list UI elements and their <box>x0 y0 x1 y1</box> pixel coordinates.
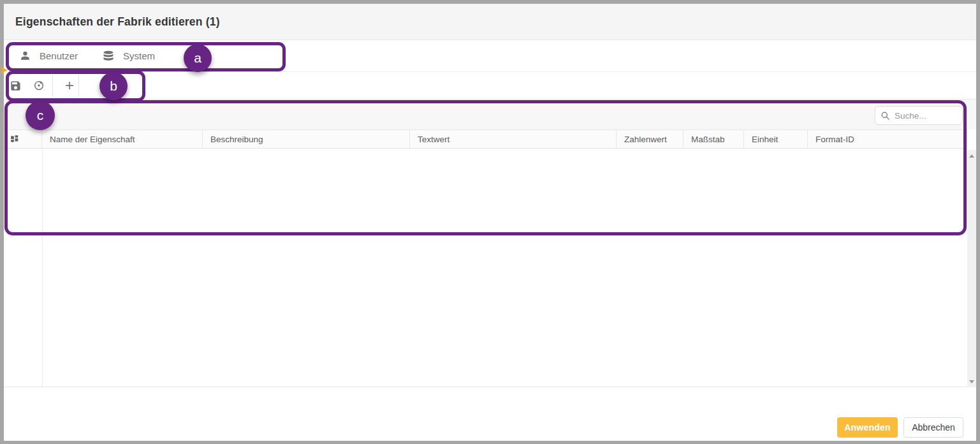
grid-toolbar-strip <box>4 100 976 130</box>
edit-factory-properties-dialog: Eigenschaften der Fabrik editieren (1) B… <box>4 4 976 441</box>
scroll-up-button[interactable] <box>967 151 976 160</box>
search-icon <box>881 111 890 121</box>
save-icon <box>10 80 22 92</box>
tab-benutzer-label: Benutzer <box>40 50 78 61</box>
scroll-down-icon <box>969 380 974 383</box>
table-header-row: Name der Eigenschaft Beschreibung Textwe… <box>4 130 967 149</box>
history-restore-icon <box>33 79 45 92</box>
cancel-button[interactable]: Abbrechen <box>903 417 963 438</box>
column-header-numvalue[interactable]: Zahlenwert <box>617 130 684 148</box>
column-header-formatid[interactable]: Format-ID <box>808 130 967 148</box>
dialog-title: Eigenschaften der Fabrik editieren (1) <box>15 4 220 40</box>
toolbar-separator <box>78 75 79 96</box>
save-button[interactable] <box>6 72 25 99</box>
database-icon <box>102 50 115 63</box>
apply-button[interactable]: Anwenden <box>837 417 898 438</box>
dialog-footer: Anwenden Abbrechen <box>4 387 976 441</box>
plus-icon: + <box>65 78 74 93</box>
vertical-scrollbar[interactable] <box>967 150 976 387</box>
search-box[interactable] <box>875 106 963 125</box>
search-input[interactable] <box>893 110 952 121</box>
tab-benutzer[interactable]: Benutzer <box>19 40 78 71</box>
tab-bar: Benutzer System <box>4 40 976 72</box>
column-header-textvalue[interactable]: Textwert <box>410 130 617 148</box>
column-header-name[interactable]: Name der Eigenschaft <box>42 130 203 148</box>
table-body-empty <box>4 149 967 387</box>
tab-system[interactable]: System <box>102 40 155 71</box>
scroll-up-icon <box>969 154 974 158</box>
column-header-unit[interactable]: Einheit <box>744 130 808 148</box>
scroll-down-button[interactable] <box>967 377 976 386</box>
dialog-screenshot: Eigenschaften der Fabrik editieren (1) B… <box>0 0 980 444</box>
person-icon <box>19 50 31 62</box>
column-header-description[interactable]: Beschreibung <box>203 130 410 148</box>
toolbar-separator <box>52 75 53 96</box>
grid-icon <box>10 135 19 144</box>
tab-system-label: System <box>123 50 155 61</box>
column-chooser-header[interactable] <box>5 130 42 148</box>
toolbar: + <box>4 72 976 100</box>
dialog-titlebar: Eigenschaften der Fabrik editieren (1) <box>4 4 976 40</box>
column-header-scale[interactable]: Maßstab <box>684 130 744 148</box>
restore-button[interactable] <box>29 72 48 99</box>
column-divider <box>42 149 43 387</box>
add-button[interactable]: + <box>60 72 79 99</box>
